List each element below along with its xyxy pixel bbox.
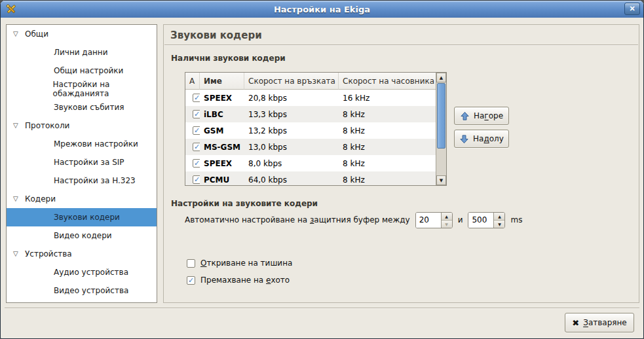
codec-bitrate: 13,0 kbps <box>244 143 339 152</box>
codec-name: iLBC <box>200 110 244 119</box>
codec-enabled-checkbox[interactable] <box>193 143 200 151</box>
window-close-button[interactable]: ✕ <box>624 3 640 15</box>
sidebar-item-label: Кодери <box>25 194 56 204</box>
sidebar-item[interactable]: Лични данни <box>7 43 157 62</box>
sidebar-item-label: Аудио устройства <box>54 268 128 277</box>
footer-separator <box>5 308 639 309</box>
jitter-max-up-icon[interactable]: ▲ <box>494 213 504 221</box>
codec-clock-rate: 8 kHz <box>339 110 436 119</box>
page-title: Звукови кодери <box>170 29 262 41</box>
sidebar-item-label: Звукови събития <box>54 103 124 112</box>
titlebar[interactable]: Настройки на Ekiga ✕ <box>1 1 643 18</box>
codec-clock-rate: 16 kHz <box>339 94 436 103</box>
close-x-icon: ✖ <box>572 318 579 328</box>
scrollbar-up-icon[interactable]: ▲ <box>436 73 446 82</box>
sidebar-item[interactable]: ▽ Устройства <box>7 245 157 263</box>
codec-clock-rate: 8 kHz <box>339 143 436 152</box>
sidebar-item[interactable]: Звукови събития <box>7 98 157 116</box>
scrollbar-down-icon[interactable]: ▼ <box>436 175 446 185</box>
sidebar-item-label: Лични данни <box>54 48 108 57</box>
down-arrow-icon <box>459 134 469 144</box>
sidebar-item[interactable]: Аудио устройства <box>7 263 157 281</box>
codec-table-row[interactable]: SPEEX 20,8 kbps 16 kHz <box>185 90 446 106</box>
silence-detection-label: Откриване на тишина <box>200 259 292 268</box>
codec-table-row[interactable]: SPEEX 8,0 kbps 8 kHz <box>185 155 446 171</box>
silence-detection-checkbox-row[interactable]: Откриване на тишина <box>187 259 292 268</box>
sidebar-item[interactable]: Мрежови настройки <box>7 135 157 153</box>
expander-triangle-icon[interactable]: ▽ <box>13 31 22 37</box>
sidebar-item[interactable]: Видео кодери <box>7 226 157 245</box>
sidebar-item-label: Мрежови настройки <box>54 139 138 149</box>
main-panel: Звукови кодери Налични звукови кодери AИ… <box>163 24 639 303</box>
column-header-name[interactable]: Име <box>200 73 244 90</box>
codec-name: SPEEX <box>200 159 244 168</box>
codec-enabled-checkbox[interactable] <box>193 175 200 184</box>
codec-clock-rate: 8 kHz <box>339 126 436 135</box>
sidebar-item[interactable]: ▽ Общи <box>7 25 157 43</box>
codec-enabled-checkbox[interactable] <box>193 110 200 118</box>
column-header-bitrate[interactable]: Скорост на връзката <box>244 73 339 90</box>
column-header-clock[interactable]: Скорост на часовника <box>339 73 436 90</box>
sidebar-item[interactable]: Звукови кодери <box>7 208 157 226</box>
codec-table-row[interactable]: PCMU 64,0 kbps 8 kHz <box>185 171 446 186</box>
sidebar-item[interactable]: Настройки за SIP <box>7 153 157 171</box>
sidebar-item[interactable]: Общи настройки <box>7 62 157 80</box>
window-title: Настройки на Ekiga <box>1 5 643 14</box>
sidebar-item[interactable]: Настройки на обажданията <box>7 80 157 98</box>
echo-cancellation-checkbox[interactable] <box>187 276 195 285</box>
jitter-buffer-row: Автоматично настройване на защитния буфе… <box>185 211 522 228</box>
jitter-max-down-icon[interactable]: ▼ <box>494 221 504 228</box>
move-up-button[interactable]: Нагоре <box>454 107 509 125</box>
sidebar-item-label: Настройки на обажданията <box>53 80 157 98</box>
codec-bitrate: 13,2 kbps <box>244 126 339 135</box>
sidebar-item[interactable]: Видео устройства <box>7 281 157 300</box>
close-button[interactable]: ✖ Затваряне <box>565 313 634 332</box>
preferences-window: Настройки на Ekiga ✕ ▽ Общи Лични данни … <box>0 0 644 339</box>
table-scrollbar[interactable]: ▲ ▼ <box>436 73 446 185</box>
expander-triangle-icon[interactable]: ▽ <box>13 196 22 202</box>
section-available-codecs: Налични звукови кодери <box>171 54 286 63</box>
preferences-sidebar: ▽ Общи Лични данни Общи настройки Настро… <box>6 24 157 303</box>
jitter-unit-label: ms <box>510 215 522 224</box>
jitter-min-spinner: ▲ ▼ <box>415 212 453 228</box>
column-header-active[interactable]: A <box>185 73 200 90</box>
sidebar-item-label: Устройства <box>25 249 72 259</box>
title-separator <box>164 45 638 46</box>
codec-table-row[interactable]: MS-GSM 13,0 kbps 8 kHz <box>185 139 446 155</box>
move-down-label: Надолу <box>473 134 504 143</box>
move-down-button[interactable]: Надолу <box>454 130 509 148</box>
close-button-label: Затваряне <box>583 318 627 327</box>
expander-triangle-icon[interactable]: ▽ <box>13 122 22 129</box>
codec-bitrate: 13,3 kbps <box>244 110 339 119</box>
sidebar-item-label: Видео устройства <box>54 286 128 295</box>
jitter-max-spinner: ▲ ▼ <box>468 212 505 228</box>
sidebar-item[interactable]: ▽ Кодери <box>7 190 157 208</box>
jitter-max-input[interactable] <box>468 213 493 228</box>
jitter-min-down-icon[interactable]: ▼ <box>442 221 452 228</box>
jitter-buffer-label: Автоматично настройване на защитния буфе… <box>185 215 410 224</box>
echo-cancellation-checkbox-row[interactable]: Премахване на ехото <box>187 276 290 285</box>
codec-bitrate: 20,8 kbps <box>244 94 339 103</box>
sidebar-item-label: Звукови кодери <box>54 213 120 222</box>
codec-table-row[interactable]: iLBC 13,3 kbps 8 kHz <box>185 106 446 122</box>
expander-triangle-icon[interactable]: ▽ <box>13 251 22 257</box>
scrollbar-thumb[interactable] <box>437 83 445 149</box>
sidebar-item[interactable]: Настройки за H.323 <box>7 171 157 190</box>
codec-enabled-checkbox[interactable] <box>193 94 200 102</box>
sidebar-item-label: Настройки за H.323 <box>54 176 136 185</box>
codec-enabled-checkbox[interactable] <box>193 159 200 168</box>
section-codec-settings: Настройки на звуковите кодери <box>171 199 318 208</box>
codec-name: GSM <box>200 126 244 135</box>
sidebar-item-label: Общи <box>25 29 48 39</box>
codec-table-header: AИмеСкорост на връзкатаСкорост на часовн… <box>185 73 446 90</box>
silence-detection-checkbox[interactable] <box>187 259 195 268</box>
codec-clock-rate: 8 kHz <box>339 159 436 168</box>
codec-enabled-checkbox[interactable] <box>193 126 200 135</box>
echo-cancellation-label: Премахване на ехото <box>200 276 290 285</box>
sidebar-item-label: Протоколи <box>25 121 69 130</box>
sidebar-item[interactable]: ▽ Протоколи <box>7 116 157 135</box>
jitter-min-input[interactable] <box>416 213 441 228</box>
codec-table-row[interactable]: GSM 13,2 kbps 8 kHz <box>185 122 446 139</box>
jitter-min-up-icon[interactable]: ▲ <box>442 213 452 221</box>
codec-name: SPEEX <box>200 94 244 103</box>
